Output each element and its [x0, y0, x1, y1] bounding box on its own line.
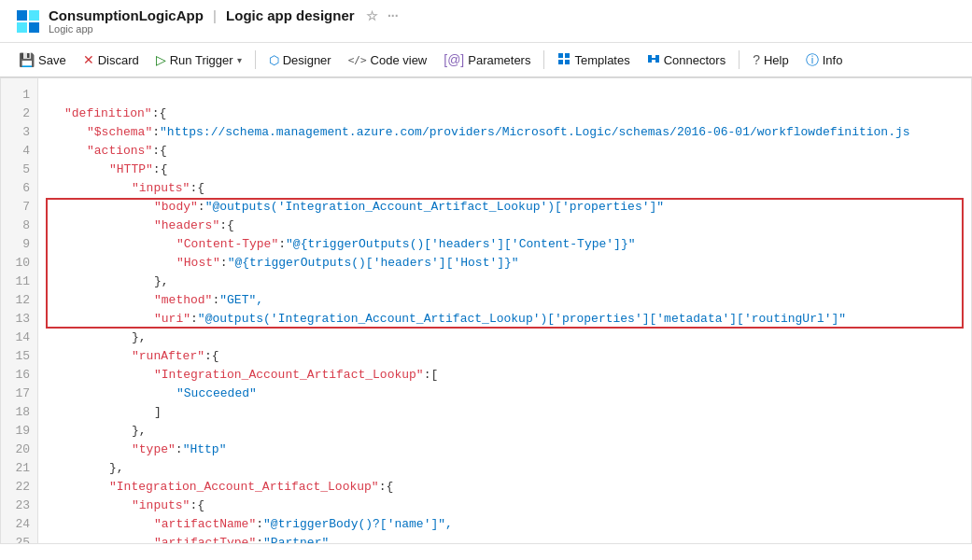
connectors-button[interactable]: Connectors	[640, 49, 733, 71]
code-key: "Content-Type"	[176, 235, 278, 254]
code-line: "definition": {	[38, 105, 971, 123]
app-logo	[15, 8, 41, 35]
code-colon: :	[190, 179, 197, 198]
line-number: 17	[1, 385, 37, 403]
code-value: "@outputs('Integration_Account_Artifact_…	[205, 198, 664, 217]
code-value: },	[109, 459, 124, 478]
code-colon: :	[190, 310, 198, 329]
line-number: 12	[1, 291, 37, 310]
parameters-button[interactable]: [@] Parameters	[436, 49, 538, 71]
designer-label: Designer	[283, 53, 331, 67]
code-colon: :	[152, 142, 160, 161]
code-value: {	[161, 161, 168, 179]
line-number: 23	[1, 497, 37, 515]
line-number: 5	[1, 161, 37, 179]
code-colon: :	[219, 217, 227, 235]
save-label: Save	[38, 53, 66, 67]
run-trigger-chevron: ▾	[237, 55, 242, 65]
title-bar: ConsumptionLogicApp | Logic app designer…	[0, 0, 972, 43]
code-key: "body"	[154, 198, 198, 217]
code-key: "artifactName"	[154, 515, 256, 534]
code-colon: :	[220, 254, 228, 273]
code-line: "runAfter": {	[38, 347, 971, 366]
code-view-label: Code view	[371, 53, 428, 67]
svg-rect-0	[17, 10, 27, 21]
code-colon: :	[190, 497, 197, 515]
toolbar: 💾 Save ✕ Discard ▷ Run Trigger ▾ ⬡ Desig…	[0, 43, 972, 77]
svg-rect-4	[558, 53, 563, 58]
line-number: 13	[1, 310, 37, 329]
app-name: ConsumptionLogicApp	[49, 7, 204, 23]
code-line: "Succeeded"	[38, 385, 971, 403]
code-key: "actions"	[87, 142, 152, 161]
code-colon: :	[212, 291, 219, 310]
code-area[interactable]: "definition": {"$schema": "https://schem…	[38, 78, 971, 543]
code-value: {	[386, 478, 393, 497]
code-key: "inputs"	[132, 497, 190, 515]
code-value: {	[159, 105, 166, 123]
editor-container: 1234567891011121314151617181920212223242…	[0, 77, 972, 544]
code-colon: :	[153, 161, 161, 179]
run-trigger-button[interactable]: ▷ Run Trigger ▾	[148, 49, 249, 71]
code-line: "artifactType": "Partner"	[38, 534, 971, 543]
code-line: },	[38, 459, 971, 478]
svg-rect-8	[648, 55, 652, 63]
code-value: "Succeeded"	[176, 385, 257, 403]
code-line: "method": "GET",	[38, 291, 971, 310]
code-line: "uri": "@outputs('Integration_Account_Ar…	[38, 310, 971, 329]
designer-label: Logic app designer	[226, 7, 355, 23]
code-key: "headers"	[154, 217, 219, 235]
code-line: "Integration_Account_Artifact_Lookup": [	[38, 366, 971, 385]
templates-button[interactable]: Templates	[550, 49, 637, 71]
code-line: "type": "Http"	[38, 441, 971, 459]
code-colon: :	[204, 347, 212, 366]
line-number: 11	[1, 273, 37, 291]
code-line: "Host": "@{triggerOutputs()['headers']['…	[38, 254, 971, 273]
svg-rect-9	[655, 55, 659, 63]
code-value: "@triggerBody()?['name']",	[263, 515, 453, 534]
code-view-button[interactable]: </> Code view	[341, 49, 435, 71]
save-button[interactable]: 💾 Save	[11, 49, 74, 71]
code-line	[38, 86, 971, 105]
code-value: {	[197, 179, 204, 198]
line-number: 18	[1, 403, 37, 422]
discard-button[interactable]: ✕ Discard	[76, 49, 147, 71]
line-number: 21	[1, 459, 37, 478]
run-trigger-label: Run Trigger	[170, 53, 233, 67]
parameters-label: Parameters	[468, 53, 530, 67]
svg-rect-5	[565, 53, 570, 58]
ellipsis-icon[interactable]: ···	[387, 8, 399, 23]
app-subtitle: Logic app	[49, 23, 399, 35]
code-line: },	[38, 273, 971, 291]
code-colon: :	[278, 235, 286, 254]
discard-label: Discard	[98, 53, 139, 67]
app-title: ConsumptionLogicApp | Logic app designer…	[49, 7, 399, 23]
code-key: "$schema"	[87, 123, 152, 142]
code-line: "body": "@outputs('Integration_Account_A…	[38, 198, 971, 217]
code-value: "@{triggerOutputs()['headers']['Content-…	[286, 235, 635, 254]
code-value: ]	[154, 403, 162, 422]
code-line: "artifactName": "@triggerBody()?['name']…	[38, 515, 971, 534]
code-value: },	[154, 273, 169, 291]
info-label: Info	[823, 53, 843, 67]
code-value: "@outputs('Integration_Account_Artifact_…	[198, 310, 846, 329]
code-line: "actions": {	[38, 142, 971, 161]
code-value: {	[212, 347, 219, 366]
line-number: 25	[1, 534, 37, 543]
code-colon: :	[198, 198, 205, 217]
code-key: "inputs"	[132, 179, 190, 198]
code-value: "@{triggerOutputs()['headers']['Host']}"	[228, 254, 519, 273]
code-colon: :	[256, 534, 263, 543]
connectors-icon	[647, 52, 660, 67]
star-icon[interactable]: ☆	[366, 8, 378, 23]
code-key: "method"	[154, 291, 212, 310]
line-number: 24	[1, 515, 37, 534]
line-number: 4	[1, 142, 37, 161]
info-button[interactable]: ⓘ Info	[798, 49, 851, 71]
help-button[interactable]: ? Help	[745, 49, 796, 71]
code-key: "Host"	[176, 254, 220, 273]
code-line: "Content-Type": "@{triggerOutputs()['hea…	[38, 235, 971, 254]
line-number: 3	[1, 123, 37, 142]
code-value: },	[132, 329, 147, 347]
designer-button[interactable]: ⬡ Designer	[261, 49, 339, 71]
